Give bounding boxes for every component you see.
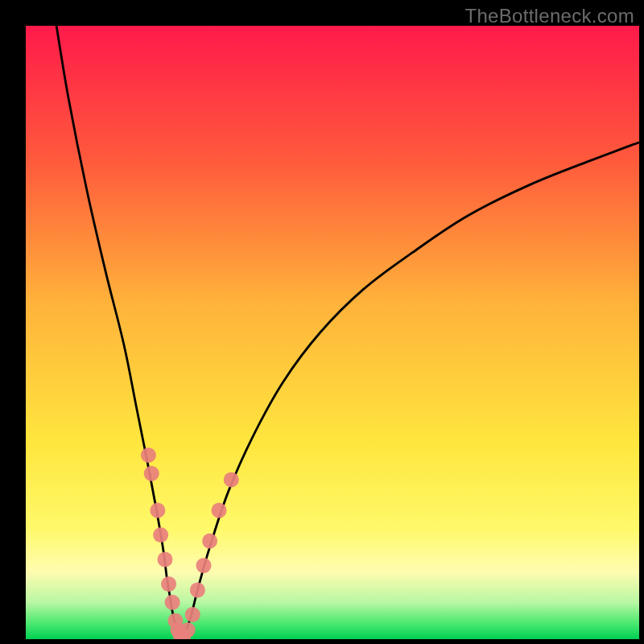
- scatter-point: [150, 502, 165, 518]
- scatter-point: [190, 583, 205, 598]
- curve-left-branch: [56, 26, 182, 639]
- scatter-point: [196, 558, 211, 573]
- scatter-points: [141, 448, 239, 639]
- bottleneck-curve: [26, 26, 639, 639]
- scatter-point: [180, 622, 196, 638]
- scatter-point: [153, 527, 168, 543]
- curve-right-branch: [182, 142, 639, 639]
- scatter-point: [202, 534, 217, 549]
- plot-area: [26, 26, 639, 639]
- scatter-point: [141, 448, 156, 463]
- scatter-point: [161, 576, 176, 592]
- scatter-point: [165, 595, 180, 610]
- scatter-point: [144, 466, 159, 481]
- scatter-point: [224, 472, 239, 487]
- attribution-watermark: TheBottleneck.com: [464, 5, 634, 27]
- scatter-point: [185, 607, 200, 622]
- scatter-point: [157, 551, 172, 567]
- scatter-point: [212, 502, 227, 518]
- chart-container: TheBottleneck.com: [0, 0, 644, 644]
